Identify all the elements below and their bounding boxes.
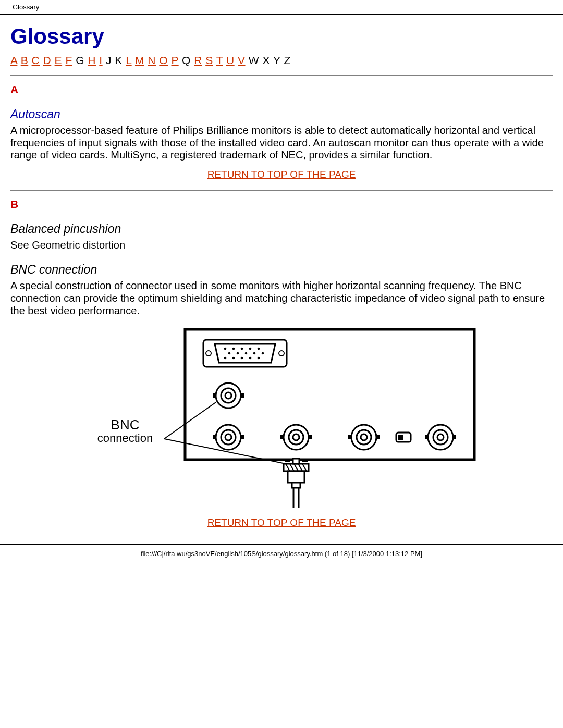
alpha-link-s[interactable]: S bbox=[205, 54, 213, 66]
alpha-index: A B C D E F G H I J K L M N O P Q R S T … bbox=[10, 54, 553, 67]
return-to-top-link[interactable]: RETURN TO TOP OF THE PAGE bbox=[207, 169, 356, 180]
alpha-link-u[interactable]: U bbox=[226, 54, 235, 66]
svg-point-10 bbox=[245, 352, 248, 355]
page-title: Glossary bbox=[10, 24, 553, 49]
alpha-label-w: W bbox=[249, 54, 259, 66]
svg-rect-38 bbox=[348, 435, 351, 439]
bnc-plug-icon bbox=[284, 459, 309, 508]
alpha-link-h[interactable]: H bbox=[88, 54, 96, 66]
svg-rect-34 bbox=[309, 435, 312, 439]
alpha-label-y: Y bbox=[273, 54, 280, 66]
svg-point-5 bbox=[241, 348, 243, 350]
alpha-label-k: K bbox=[115, 54, 123, 66]
doc-header-title: Glossary bbox=[13, 3, 39, 11]
svg-rect-52 bbox=[288, 471, 304, 483]
svg-point-14 bbox=[232, 357, 235, 360]
svg-point-7 bbox=[258, 348, 260, 350]
svg-point-11 bbox=[253, 352, 256, 355]
bnc-diagram-svg: BNC connection bbox=[78, 325, 485, 508]
alpha-link-i[interactable]: I bbox=[99, 54, 102, 66]
svg-point-15 bbox=[241, 357, 243, 360]
svg-point-4 bbox=[232, 348, 235, 350]
return-to-top-b: RETURN TO TOP OF THE PAGE bbox=[10, 517, 553, 528]
alpha-link-f[interactable]: F bbox=[65, 54, 72, 66]
divider bbox=[10, 190, 553, 191]
alpha-link-o[interactable]: O bbox=[159, 54, 168, 66]
doc-header: Glossary bbox=[0, 0, 563, 15]
svg-rect-28 bbox=[213, 435, 216, 439]
svg-point-17 bbox=[258, 357, 260, 360]
alpha-link-b[interactable]: B bbox=[21, 54, 29, 66]
svg-rect-54 bbox=[293, 488, 299, 508]
alpha-label-z: Z bbox=[284, 54, 291, 66]
svg-rect-23 bbox=[213, 393, 216, 398]
alpha-link-v[interactable]: V bbox=[238, 54, 246, 66]
svg-point-3 bbox=[224, 348, 227, 350]
term-autoscan: Autoscan bbox=[10, 107, 553, 121]
term-balanced-pincushion-body: See Geometric distortion bbox=[10, 239, 553, 252]
section-letter-a: A bbox=[10, 83, 553, 96]
term-bnc-connection-body: A special construction of connector used… bbox=[10, 280, 553, 317]
alpha-link-t[interactable]: T bbox=[216, 54, 223, 66]
svg-rect-24 bbox=[241, 393, 244, 398]
svg-rect-39 bbox=[376, 435, 380, 439]
svg-rect-33 bbox=[280, 435, 284, 439]
alpha-label-g: G bbox=[76, 54, 84, 66]
alpha-link-l[interactable]: L bbox=[126, 54, 131, 66]
return-to-top-link[interactable]: RETURN TO TOP OF THE PAGE bbox=[207, 517, 356, 528]
alpha-link-r[interactable]: R bbox=[194, 54, 202, 66]
svg-rect-57 bbox=[302, 459, 308, 462]
alpha-label-j: J bbox=[106, 54, 112, 66]
svg-point-16 bbox=[249, 357, 252, 360]
alpha-link-n[interactable]: N bbox=[148, 54, 156, 66]
svg-point-8 bbox=[228, 352, 231, 355]
svg-point-12 bbox=[262, 352, 264, 355]
svg-point-9 bbox=[237, 352, 239, 355]
return-to-top-a: RETURN TO TOP OF THE PAGE bbox=[10, 169, 553, 180]
diagram-label-bnc: BNC bbox=[111, 417, 140, 433]
alpha-link-c[interactable]: C bbox=[32, 54, 40, 66]
term-autoscan-body: A microprocessor-based feature of Philip… bbox=[10, 125, 553, 162]
svg-point-13 bbox=[224, 357, 227, 360]
svg-rect-44 bbox=[425, 435, 428, 439]
section-letter-b: B bbox=[10, 198, 553, 211]
alpha-label-x: X bbox=[263, 54, 271, 66]
diagram-label-connection: connection bbox=[97, 431, 153, 445]
alpha-link-m[interactable]: M bbox=[135, 54, 144, 66]
alpha-link-p[interactable]: P bbox=[172, 54, 179, 66]
term-bnc-connection: BNC connection bbox=[10, 263, 553, 277]
footer-path: file:///C|/rita wu/gs3noVE/english/105S/… bbox=[0, 544, 563, 561]
svg-rect-45 bbox=[453, 435, 456, 439]
term-balanced-pincushion: Balanced pincushion bbox=[10, 222, 553, 236]
svg-rect-29 bbox=[241, 435, 244, 439]
bnc-diagram: BNC connection bbox=[10, 325, 553, 510]
alpha-label-q: Q bbox=[182, 54, 191, 66]
alpha-link-a[interactable]: A bbox=[10, 54, 17, 66]
svg-rect-55 bbox=[293, 459, 299, 464]
alpha-link-d[interactable]: D bbox=[43, 54, 52, 66]
content: Glossary A B C D E F G H I J K L M N O P… bbox=[0, 24, 563, 528]
svg-rect-56 bbox=[285, 459, 290, 462]
divider bbox=[10, 75, 553, 76]
svg-rect-40 bbox=[398, 435, 403, 440]
alpha-link-e[interactable]: E bbox=[55, 54, 63, 66]
svg-point-6 bbox=[249, 348, 252, 350]
